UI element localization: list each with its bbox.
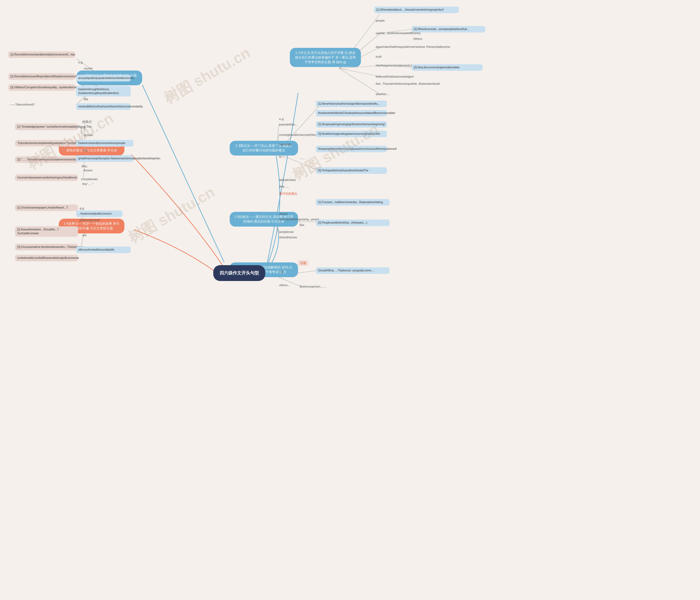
svg-line-31	[339, 68, 380, 94]
label-believed: believed/held/acknowledged	[374, 74, 415, 80]
label-that: that......	[278, 184, 291, 189]
leaf-v2: [2].Nowpeopleingrowingsignificantumbersa…	[316, 121, 387, 128]
leaf-s2: [2].Ihaveafriendwho...Shouldhe...?Suchad…	[15, 226, 78, 237]
label-l1a: e.g:	[77, 59, 85, 65]
label-to: to....	[278, 154, 286, 160]
label-q1a: e.g:	[79, 125, 88, 131]
label-thoses: thoses	[82, 167, 94, 173]
leaf-q3: [2]."......"Howoftenwehearsuchstatements…	[15, 156, 78, 163]
label-are: are	[81, 232, 88, 238]
label-ofa: ofa	[81, 148, 89, 153]
branch-1-1: 1-1对立法:先引出其他人的不同看 法,然后提出自己的看法或者偏向于 某一看法,…	[290, 48, 361, 67]
label-eg-v: e.g:	[278, 116, 286, 122]
leaf-l2a: arousedpublic/popular/wide/worldwideconc…	[76, 75, 131, 81]
label-topic: 话题	[298, 260, 308, 266]
leaf-v1: [1].Neverhistoryhasthechangeofbeenasevid…	[316, 101, 387, 107]
leaf-op3: [3].Now,itiscommonly/generally/widely	[411, 64, 483, 71]
leaf-op1: [1].Whenaskedabout.....thevast/overwhelm…	[374, 6, 459, 13]
leaf-q2a: hasbeensharedbymoreandmorepeople.	[76, 140, 133, 147]
label-afresh: afresh	[278, 211, 289, 217]
leaf-s3b: (unbelievable),butitstillhasarealisticsi…	[15, 255, 78, 261]
leaf-v3: [3].Nowthereisagrowingawarenessrecognati…	[316, 131, 387, 137]
leaf-q3a: greatAmericanphilosopher.Nowmoreandmorep…	[76, 155, 133, 162]
label-this2: this"....."	[81, 181, 95, 187]
svg-line-30	[339, 68, 380, 77]
label-peoplenow: peoplenow	[278, 229, 295, 235]
label-attitude: attitude/idea	[278, 177, 297, 183]
leaf-l2: [2].Recentlythesisueoftheproblemof(theph…	[8, 73, 75, 80]
leaf-v1b: NowhereintheWorld/Chinahastheissueofidea…	[316, 110, 387, 116]
label-others2: Others	[411, 36, 424, 42]
mindmap-container: 四六级作文开头句型 1-2现象法:引出要剖析的现象或者 问题,然后评论 1-4引…	[0, 0, 700, 600]
center-node: 四六级作文开头句型	[213, 265, 265, 281]
leaf-q2: "Educationisnotcompletewithgradulation."…	[15, 140, 78, 147]
leaf-l3a: hasbeenbroughtintofocus.(hasbeenbroughto…	[76, 86, 131, 97]
leaf-s1: [1].Once(in/anewspaper),Ireadof/learnt..…	[15, 205, 78, 211]
label-argue: argue/claimthattheopposite/reverseistrue…	[374, 44, 452, 50]
leaf-the: the	[82, 96, 90, 103]
leaf-cont: ------Tobecontinued!!	[8, 102, 36, 107]
label-necessity: necessity	[278, 141, 293, 147]
leaf-q6: Should/What.....?Optionsof..varygratly.s…	[316, 267, 390, 274]
leaf-c2: [2].Peopleusedtothinkthat...(Inthepast,.…	[316, 219, 390, 226]
label-viewpoint: 的观点!	[81, 119, 94, 125]
label-dots: ......	[298, 155, 306, 161]
leaf-q4: Inourowndaysweareusedtohearingsuchtradit…	[15, 175, 78, 181]
leaf-c1: [1].Foryears...hadbeenviewedas...Butpeop…	[316, 199, 390, 206]
label-l1b: cause/	[82, 66, 94, 71]
leaf-v5: [4].PerhapsitistimetohaveafreshlookatThe	[316, 167, 387, 174]
label-butmy: Butinmyopinion.......	[298, 284, 328, 289]
label-people: people	[374, 18, 386, 24]
leaf-v4: Nowpeoplebecomeincreasiglyaware/consciou…	[316, 146, 387, 152]
leaf-s1b: ...hasarousedpublicconcern.	[76, 210, 123, 217]
label-discuss: 要讨论的观点	[278, 191, 299, 197]
label-remark: remark	[82, 132, 95, 138]
leaf-conta: newandbittertruthwehavetolearntofacenow/…	[76, 103, 131, 110]
label-but: But	[298, 222, 306, 228]
label-others: others...	[278, 282, 292, 288]
label-thatclaim: that...Theyclaim/believe/arguethat...But…	[374, 81, 441, 87]
leaf-l1: [1].Recentlythereseinproblemof(phenomeno…	[8, 51, 75, 58]
leaf-l3: [3].Inflation/Corruption/Socialinequalit…	[8, 84, 75, 91]
leaf-op2: [2].Whenitcomesto...somepeoplebelievetha…	[411, 26, 485, 32]
leaf-s3a: oftenconfrontwithinourdailylife.	[76, 246, 131, 253]
label-eg-q: e.g:	[278, 269, 286, 275]
label-share: sharethisnew.	[278, 235, 299, 240]
leaf-s3: [3].Onceuponatime,therelivedamanwho...Th…	[15, 244, 78, 251]
label-phenomenon: phenomenonof	[78, 217, 101, 223]
label-whether: whether....	[374, 91, 391, 97]
label-truth: truth	[374, 54, 383, 59]
label-popular: popularthan...	[278, 122, 299, 127]
watermark-3: 树图 shutu.cn	[289, 119, 382, 185]
watermark-2: 树图 shutu.cn	[160, 43, 254, 108]
watermark-4: 树图 shutu.cn	[124, 182, 219, 248]
leaf-q1: [1]."Knowledgeispower."suchistheremarkma…	[15, 124, 78, 130]
